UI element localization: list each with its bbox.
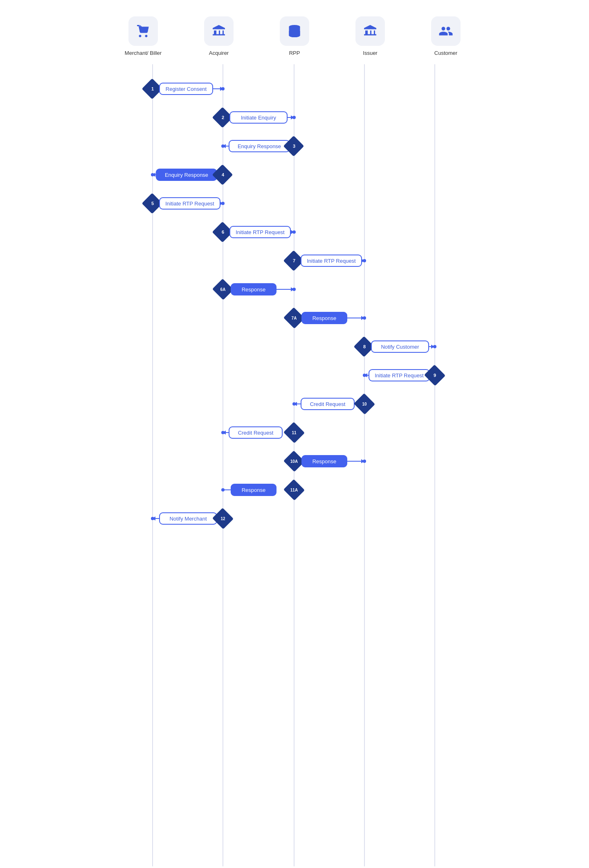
msg-label-4: Enquiry Response xyxy=(165,172,208,178)
cart-icon xyxy=(136,24,151,38)
dot-1 xyxy=(221,87,225,90)
msg-label-11: Credit Request xyxy=(238,430,274,436)
msg-label-11a: Response xyxy=(242,487,266,493)
badge-1-label: 1 xyxy=(151,86,154,91)
merchant-label: Merchant/ Biller xyxy=(125,50,162,56)
dot-10-rpp xyxy=(292,402,296,406)
participant-merchant: Merchant/ Biller xyxy=(115,16,172,56)
bank-icon-acquirer xyxy=(211,24,226,38)
participant-customer: Customer xyxy=(417,16,474,56)
diagram-container: Merchant/ Biller Acquirer RPP xyxy=(110,0,479,868)
msg-label-6a: Response xyxy=(242,286,266,293)
badge-4-label: 4 xyxy=(222,172,225,177)
msg-label-7: Initiate RTP Request xyxy=(307,258,356,264)
badge-2-label: 2 xyxy=(222,115,224,120)
issuer-icon-box xyxy=(355,16,385,46)
msg-label-3: Enquiry Response xyxy=(238,143,281,149)
badge-11-label: 11 xyxy=(292,431,297,435)
step-7a: 7A Response xyxy=(283,307,366,329)
step-3: Enquiry Response 3 xyxy=(221,136,304,157)
badge-7a-label: 7A xyxy=(292,316,297,320)
dot-7a xyxy=(363,316,366,320)
dot-6 xyxy=(292,230,296,234)
dot-11-acq xyxy=(221,431,225,434)
msg-label-7a: Response xyxy=(312,315,337,321)
acquirer-icon-box xyxy=(204,16,234,46)
badge-8-label: 8 xyxy=(363,344,366,349)
msg-label-12: Notify Merchant xyxy=(169,516,207,522)
customer-label: Customer xyxy=(434,50,457,56)
dot-6a xyxy=(292,288,296,291)
dot-10a xyxy=(363,460,366,463)
step-10: Credit Request 10 xyxy=(292,393,375,415)
badge-9-label: 9 xyxy=(434,373,436,378)
rpp-icon-box xyxy=(280,16,309,46)
dot-12-merchant xyxy=(151,517,154,520)
badge-6a-label: 6A xyxy=(220,287,226,292)
msg-label-1: Register Consent xyxy=(166,86,207,92)
step-6a: 6A Response xyxy=(212,279,296,300)
participants-header: Merchant/ Biller Acquirer RPP xyxy=(110,16,479,56)
step-6: 6 Initiate RTP Request xyxy=(212,222,296,243)
dot-8 xyxy=(433,345,436,348)
participant-acquirer: Acquirer xyxy=(190,16,247,56)
msg-label-10a: Response xyxy=(312,458,337,464)
badge-11a-label: 11A xyxy=(290,488,298,492)
dot-2 xyxy=(292,116,296,119)
customer-icon-box xyxy=(431,16,461,46)
step-7: 7 Initiate RTP Request xyxy=(283,250,366,271)
merchant-icon-box xyxy=(128,16,158,46)
step-12: Notify Merchant 12 xyxy=(151,508,234,529)
issuer-label: Issuer xyxy=(363,50,377,56)
dot-4-merchant xyxy=(151,173,154,176)
step-9: Initiate RTP Request 9 xyxy=(363,365,445,386)
dot-9-issuer xyxy=(363,374,366,377)
step-4: Enquiry Response 4 xyxy=(151,165,233,185)
msg-label-5: Initiate RTP Request xyxy=(165,201,214,207)
step-2: 2 Initiate Enquiry xyxy=(212,107,296,128)
msg-label-9: Initiate RTP Request xyxy=(375,372,424,379)
badge-10a-label: 10A xyxy=(290,459,298,464)
badge-3-label: 3 xyxy=(293,144,295,149)
people-icon xyxy=(438,24,453,38)
msg-label-10: Credit Request xyxy=(310,401,346,407)
participant-issuer: Issuer xyxy=(342,16,399,56)
dot-7 xyxy=(363,259,366,262)
step-11a: Response 11A xyxy=(221,479,305,501)
step-8: 8 Notify Customer xyxy=(354,336,436,357)
bank-icon-issuer xyxy=(363,24,378,38)
database-icon xyxy=(287,24,302,38)
step-1: 1 Register Consent xyxy=(142,79,225,99)
rpp-label: RPP xyxy=(289,50,300,56)
sequence-diagram-svg: 1 Register Consent 2 Initiate Enquiry xyxy=(110,64,479,866)
msg-label-6: Initiate RTP Request xyxy=(236,229,285,235)
participant-rpp: RPP xyxy=(266,16,323,56)
badge-10-label: 10 xyxy=(362,402,367,406)
step-10a: 10A Response xyxy=(283,451,366,472)
dot-3-acq xyxy=(221,144,225,148)
badge-12-label: 12 xyxy=(220,516,225,521)
acquirer-label: Acquirer xyxy=(209,50,229,56)
badge-6-label: 6 xyxy=(222,230,224,234)
step-5: 5 Initiate RTP Request xyxy=(142,193,225,214)
badge-7-label: 7 xyxy=(293,258,295,263)
msg-label-2: Initiate Enquiry xyxy=(241,115,276,121)
step-11: Credit Request 11 xyxy=(221,422,305,443)
badge-5-label: 5 xyxy=(151,201,154,206)
dot-5 xyxy=(221,202,225,205)
msg-label-8: Notify Customer xyxy=(381,344,419,350)
